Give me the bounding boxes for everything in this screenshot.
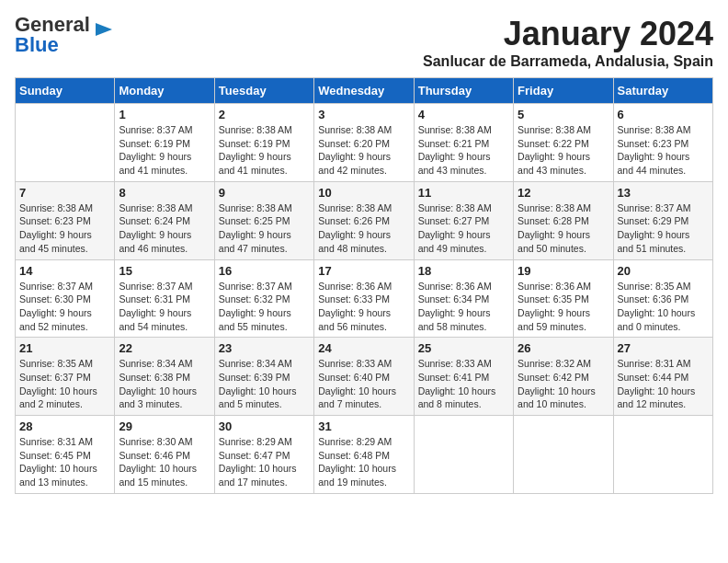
calendar-cell: [16, 104, 115, 182]
day-number: 20: [618, 264, 709, 278]
day-info: Sunrise: 8:38 AM Sunset: 6:21 PM Dayligh…: [418, 123, 509, 178]
day-info: Sunrise: 8:29 AM Sunset: 6:48 PM Dayligh…: [318, 435, 409, 489]
column-header-sunday: Sunday: [16, 78, 115, 104]
day-info: Sunrise: 8:32 AM Sunset: 6:42 PM Dayligh…: [518, 357, 609, 411]
day-info: Sunrise: 8:29 AM Sunset: 6:47 PM Dayligh…: [219, 435, 310, 489]
day-info: Sunrise: 8:38 AM Sunset: 6:27 PM Dayligh…: [418, 201, 509, 256]
day-info: Sunrise: 8:36 AM Sunset: 6:35 PM Dayligh…: [518, 280, 609, 334]
column-header-monday: Monday: [115, 78, 214, 104]
column-header-saturday: Saturday: [613, 78, 712, 104]
day-info: Sunrise: 8:38 AM Sunset: 6:23 PM Dayligh…: [618, 123, 709, 178]
calendar-cell: [514, 416, 613, 494]
day-number: 13: [618, 186, 709, 200]
day-number: 4: [418, 108, 509, 121]
day-info: Sunrise: 8:38 AM Sunset: 6:19 PM Dayligh…: [219, 123, 310, 178]
week-row-3: 21Sunrise: 8:35 AM Sunset: 6:37 PM Dayli…: [16, 338, 713, 416]
day-number: 6: [618, 108, 709, 121]
day-info: Sunrise: 8:31 AM Sunset: 6:45 PM Dayligh…: [19, 435, 110, 489]
day-number: 21: [19, 341, 110, 355]
calendar-cell: 3Sunrise: 8:38 AM Sunset: 6:20 PM Daylig…: [314, 104, 414, 182]
calendar-cell: 29Sunrise: 8:30 AM Sunset: 6:46 PM Dayli…: [115, 416, 214, 494]
calendar-cell: [613, 416, 712, 494]
day-number: 12: [518, 186, 609, 200]
logo-text: General Blue: [15, 15, 90, 55]
day-info: Sunrise: 8:38 AM Sunset: 6:25 PM Dayligh…: [219, 201, 310, 256]
day-info: Sunrise: 8:37 AM Sunset: 6:29 PM Dayligh…: [618, 201, 709, 256]
day-info: Sunrise: 8:35 AM Sunset: 6:36 PM Dayligh…: [618, 280, 709, 334]
calendar-cell: 9Sunrise: 8:38 AM Sunset: 6:25 PM Daylig…: [214, 181, 313, 259]
calendar-cell: 15Sunrise: 8:37 AM Sunset: 6:31 PM Dayli…: [115, 259, 214, 338]
calendar-cell: 7Sunrise: 8:38 AM Sunset: 6:23 PM Daylig…: [16, 181, 115, 259]
day-number: 2: [219, 108, 310, 121]
calendar-cell: 25Sunrise: 8:33 AM Sunset: 6:41 PM Dayli…: [414, 338, 513, 416]
column-header-thursday: Thursday: [414, 78, 513, 104]
day-number: 9: [219, 186, 310, 200]
calendar-table: SundayMondayTuesdayWednesdayThursdayFrid…: [15, 77, 713, 494]
day-number: 7: [19, 186, 110, 200]
day-number: 16: [219, 264, 310, 278]
day-number: 19: [518, 264, 609, 278]
day-number: 3: [318, 108, 409, 121]
day-number: 29: [119, 419, 210, 433]
calendar-cell: 13Sunrise: 8:37 AM Sunset: 6:29 PM Dayli…: [613, 181, 712, 259]
week-row-0: 1Sunrise: 8:37 AM Sunset: 6:19 PM Daylig…: [16, 104, 713, 182]
day-info: Sunrise: 8:35 AM Sunset: 6:37 PM Dayligh…: [19, 357, 110, 411]
calendar-cell: 6Sunrise: 8:38 AM Sunset: 6:23 PM Daylig…: [613, 104, 712, 182]
day-number: 23: [219, 341, 310, 355]
calendar-cell: 30Sunrise: 8:29 AM Sunset: 6:47 PM Dayli…: [214, 416, 313, 494]
calendar-cell: 4Sunrise: 8:38 AM Sunset: 6:21 PM Daylig…: [414, 104, 513, 182]
day-info: Sunrise: 8:30 AM Sunset: 6:46 PM Dayligh…: [119, 435, 210, 489]
calendar-cell: 31Sunrise: 8:29 AM Sunset: 6:48 PM Dayli…: [314, 416, 414, 494]
logo: General Blue: [15, 15, 114, 55]
day-info: Sunrise: 8:38 AM Sunset: 6:20 PM Dayligh…: [318, 123, 409, 178]
column-header-wednesday: Wednesday: [314, 78, 414, 104]
day-number: 11: [418, 186, 509, 200]
day-info: Sunrise: 8:37 AM Sunset: 6:32 PM Dayligh…: [219, 280, 310, 334]
day-number: 22: [119, 341, 210, 355]
day-number: 15: [119, 264, 210, 278]
day-number: 30: [219, 419, 310, 433]
calendar-header-row: SundayMondayTuesdayWednesdayThursdayFrid…: [16, 78, 713, 104]
calendar-cell: 19Sunrise: 8:36 AM Sunset: 6:35 PM Dayli…: [514, 259, 613, 338]
week-row-2: 14Sunrise: 8:37 AM Sunset: 6:30 PM Dayli…: [16, 259, 713, 338]
day-info: Sunrise: 8:34 AM Sunset: 6:38 PM Dayligh…: [119, 357, 210, 411]
calendar-cell: 17Sunrise: 8:36 AM Sunset: 6:33 PM Dayli…: [314, 259, 414, 338]
day-info: Sunrise: 8:31 AM Sunset: 6:44 PM Dayligh…: [618, 357, 709, 411]
calendar-cell: [414, 416, 513, 494]
day-number: 8: [119, 186, 210, 200]
calendar-cell: 26Sunrise: 8:32 AM Sunset: 6:42 PM Dayli…: [514, 338, 613, 416]
day-info: Sunrise: 8:34 AM Sunset: 6:39 PM Dayligh…: [219, 357, 310, 411]
calendar-cell: 11Sunrise: 8:38 AM Sunset: 6:27 PM Dayli…: [414, 181, 513, 259]
day-info: Sunrise: 8:38 AM Sunset: 6:28 PM Dayligh…: [518, 201, 609, 256]
calendar-cell: 12Sunrise: 8:38 AM Sunset: 6:28 PM Dayli…: [514, 181, 613, 259]
calendar-cell: 20Sunrise: 8:35 AM Sunset: 6:36 PM Dayli…: [613, 259, 712, 338]
location-title: Sanlucar de Barrameda, Andalusia, Spain: [423, 53, 713, 70]
day-number: 27: [618, 341, 709, 355]
day-number: 31: [318, 419, 409, 433]
column-header-friday: Friday: [514, 78, 613, 104]
calendar-cell: 14Sunrise: 8:37 AM Sunset: 6:30 PM Dayli…: [16, 259, 115, 338]
day-number: 18: [418, 264, 509, 278]
calendar-cell: 10Sunrise: 8:38 AM Sunset: 6:26 PM Dayli…: [314, 181, 414, 259]
calendar-cell: 27Sunrise: 8:31 AM Sunset: 6:44 PM Dayli…: [613, 338, 712, 416]
day-info: Sunrise: 8:38 AM Sunset: 6:26 PM Dayligh…: [318, 201, 409, 256]
logo-arrow-icon: [94, 19, 114, 40]
week-row-4: 28Sunrise: 8:31 AM Sunset: 6:45 PM Dayli…: [16, 416, 713, 494]
month-title: January 2024: [423, 15, 713, 53]
day-number: 26: [518, 341, 609, 355]
page-header: General Blue January 2024 Sanlucar de Ba…: [15, 15, 713, 70]
calendar-cell: 23Sunrise: 8:34 AM Sunset: 6:39 PM Dayli…: [214, 338, 313, 416]
calendar-cell: 16Sunrise: 8:37 AM Sunset: 6:32 PM Dayli…: [214, 259, 313, 338]
logo-blue: Blue: [15, 33, 59, 56]
calendar-cell: 22Sunrise: 8:34 AM Sunset: 6:38 PM Dayli…: [115, 338, 214, 416]
day-info: Sunrise: 8:38 AM Sunset: 6:23 PM Dayligh…: [19, 201, 110, 256]
week-row-1: 7Sunrise: 8:38 AM Sunset: 6:23 PM Daylig…: [16, 181, 713, 259]
day-number: 24: [318, 341, 409, 355]
calendar-cell: 24Sunrise: 8:33 AM Sunset: 6:40 PM Dayli…: [314, 338, 414, 416]
day-info: Sunrise: 8:37 AM Sunset: 6:31 PM Dayligh…: [119, 280, 210, 334]
day-info: Sunrise: 8:33 AM Sunset: 6:41 PM Dayligh…: [418, 357, 509, 411]
day-info: Sunrise: 8:38 AM Sunset: 6:24 PM Dayligh…: [119, 201, 210, 256]
day-info: Sunrise: 8:38 AM Sunset: 6:22 PM Dayligh…: [518, 123, 609, 178]
day-number: 25: [418, 341, 509, 355]
day-info: Sunrise: 8:36 AM Sunset: 6:34 PM Dayligh…: [418, 280, 509, 334]
